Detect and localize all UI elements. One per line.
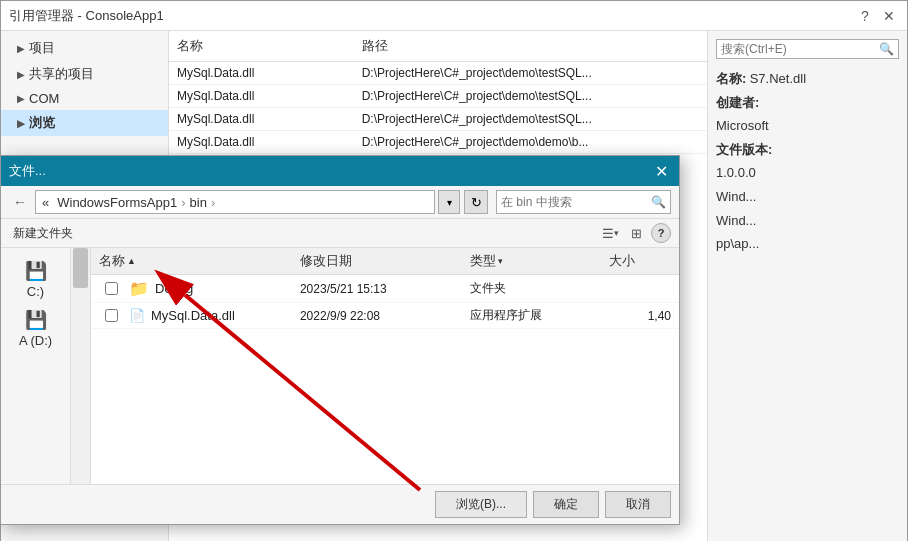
dialog-file-area: 名称 ▲ 修改日期 类型 ▾ 大小	[91, 248, 679, 484]
view-grid-button[interactable]: ⊞	[625, 222, 647, 244]
expand-arrow-com: ▶	[17, 93, 25, 104]
sidebar-item-assemblies[interactable]: ▶ 项目	[1, 35, 168, 61]
refresh-button[interactable]: ↻	[464, 190, 488, 214]
col-header-date[interactable]: 修改日期	[292, 251, 462, 271]
checkbox-mysql	[99, 309, 123, 322]
file-date-debug: 2023/5/21 15:13	[292, 282, 462, 296]
app-title: 引用管理器 - ConsoleApp1	[9, 7, 164, 25]
file-name-mysql: 📄 MySql.Data.dll	[91, 308, 292, 323]
sidebar-label-browse: 浏览	[29, 114, 55, 132]
view-dropdown-arrow: ▾	[614, 228, 619, 238]
info-path3-value: pp\ap...	[716, 236, 759, 251]
table-row[interactable]: MySql.Data.dll D:\ProjectHere\C#_project…	[169, 131, 707, 154]
file-checkbox[interactable]	[105, 282, 118, 295]
dialog-search-input[interactable]	[501, 195, 651, 209]
drive-c-icon: 💾	[25, 260, 47, 282]
dialog-title: 文件...	[9, 162, 46, 180]
info-path2-value: Wind...	[716, 213, 756, 228]
table-row[interactable]: MySql.Data.dll D:\ProjectHere\C#_project…	[169, 85, 707, 108]
info-version-label: 文件版本:	[716, 142, 772, 157]
crumb-sep2: ›	[181, 195, 185, 210]
crumb-sep3: ›	[211, 195, 215, 210]
col-size-label: 大小	[609, 252, 635, 270]
sidebar-label-com: COM	[29, 91, 59, 106]
scroll-thumb[interactable]	[73, 248, 88, 288]
file-info: 名称: S7.Net.dll 创建者: Microsoft 文件版本: 1.0.…	[716, 67, 899, 256]
row-name: MySql.Data.dll	[169, 133, 354, 151]
browse-button[interactable]: 浏览(B)...	[435, 491, 527, 518]
address-dropdown[interactable]: ▾	[438, 190, 460, 214]
file-type-debug: 文件夹	[462, 280, 601, 297]
drive-d-icon: 💾	[25, 309, 47, 331]
checkbox-debug	[99, 282, 123, 295]
col-header-name[interactable]: 名称 ▲	[91, 251, 292, 271]
row-path: D:\ProjectHere\C#_project\demo\testSQL..…	[354, 87, 707, 105]
new-folder-button[interactable]: 新建文件夹	[9, 223, 77, 244]
row-name: MySql.Data.dll	[169, 64, 354, 82]
file-row-mysql[interactable]: 📄 MySql.Data.dll 2022/9/9 22:08 应用程序扩展 1…	[91, 303, 679, 329]
close-button[interactable]: ✕	[879, 6, 899, 26]
file-checkbox[interactable]	[105, 309, 118, 322]
row-path: D:\ProjectHere\C#_project\demo\demo\b...	[354, 133, 707, 151]
file-label-mysql: MySql.Data.dll	[151, 308, 235, 323]
search-box[interactable]: 🔍	[716, 39, 899, 59]
sidebar-item-com[interactable]: ▶ COM	[1, 87, 168, 110]
sort-arrow-type: ▾	[498, 256, 503, 266]
info-creator-label: 创建者:	[716, 95, 759, 110]
expand-arrow-shared: ▶	[17, 69, 25, 80]
row-path: D:\ProjectHere\C#_project\demo\testSQL..…	[354, 64, 707, 82]
file-label-debug: Debug	[155, 281, 193, 296]
scroll-track	[71, 248, 90, 484]
file-date-mysql: 2022/9/9 22:08	[292, 309, 462, 323]
nav-item-d[interactable]: 💾 A (D:)	[1, 305, 70, 352]
sidebar-item-browse[interactable]: ▶ 浏览	[1, 110, 168, 136]
dialog-close-button[interactable]: ✕	[651, 161, 671, 181]
title-bar-left: 引用管理器 - ConsoleApp1	[9, 7, 164, 25]
nav-item-c[interactable]: 💾 C:)	[1, 256, 70, 303]
col-path: 路径	[354, 35, 707, 57]
sort-arrow-name: ▲	[127, 256, 136, 266]
file-name-debug: 📁 Debug	[91, 279, 292, 298]
file-row-debug[interactable]: 📁 Debug 2023/5/21 15:13 文件夹	[91, 275, 679, 303]
file-list-header: 名称 ▲ 修改日期 类型 ▾ 大小	[91, 248, 679, 275]
crumb-app[interactable]: WindowsFormsApp1	[57, 195, 177, 210]
dll-icon: 📄	[129, 308, 145, 323]
address-breadcrumb[interactable]: « WindowsFormsApp1 › bin ›	[35, 190, 435, 214]
info-name-value: S7.Net.dll	[750, 71, 806, 86]
dialog-title-bar: 文件... ✕	[1, 156, 679, 186]
crumb-bin[interactable]: bin	[190, 195, 207, 210]
info-name-label: 名称:	[716, 71, 746, 86]
dialog-help-button[interactable]: ?	[651, 223, 671, 243]
table-row[interactable]: MySql.Data.dll D:\ProjectHere\C#_project…	[169, 62, 707, 85]
back-button[interactable]: ←	[9, 191, 31, 213]
row-name: MySql.Data.dll	[169, 87, 354, 105]
crumb-root: «	[42, 195, 49, 210]
dialog-search-icon: 🔍	[651, 195, 666, 209]
ok-button[interactable]: 确定	[533, 491, 599, 518]
col-name-label: 名称	[99, 252, 125, 270]
cancel-button[interactable]: 取消	[605, 491, 671, 518]
dialog-body: 💾 C:) 💾 A (D:) 名称 ▲ 修改日期	[1, 248, 679, 484]
help-button[interactable]: ?	[855, 6, 875, 26]
sidebar-item-shared[interactable]: ▶ 共享的项目	[1, 61, 168, 87]
title-bar: 引用管理器 - ConsoleApp1 ? ✕	[1, 1, 907, 31]
drive-d-label: A (D:)	[19, 333, 52, 348]
col-name: 名称	[169, 35, 354, 57]
dialog-footer: 浏览(B)... 确定 取消	[1, 484, 679, 524]
col-date-label: 修改日期	[300, 252, 352, 270]
col-header-size[interactable]: 大小	[601, 251, 679, 271]
search-input[interactable]	[721, 42, 879, 56]
sidebar-label-assemblies: 项目	[29, 39, 55, 57]
dialog-search-bar[interactable]: 🔍	[496, 190, 671, 214]
info-path-value: Wind...	[716, 189, 756, 204]
drive-c-label: C:)	[27, 284, 44, 299]
view-list-button[interactable]: ☰ ▾	[599, 222, 621, 244]
col-header-type[interactable]: 类型 ▾	[462, 251, 601, 271]
ref-right-panel: 🔍 名称: S7.Net.dll 创建者: Microsoft 文件版本: 1.…	[707, 31, 907, 541]
file-type-mysql: 应用程序扩展	[462, 307, 601, 324]
table-row[interactable]: MySql.Data.dll D:\ProjectHere\C#_project…	[169, 108, 707, 131]
title-bar-right: ? ✕	[855, 6, 899, 26]
left-scroll-panel	[71, 248, 91, 484]
grid-view-icon: ⊞	[631, 226, 642, 241]
dialog-toolbar: 新建文件夹 ☰ ▾ ⊞ ?	[1, 219, 679, 248]
